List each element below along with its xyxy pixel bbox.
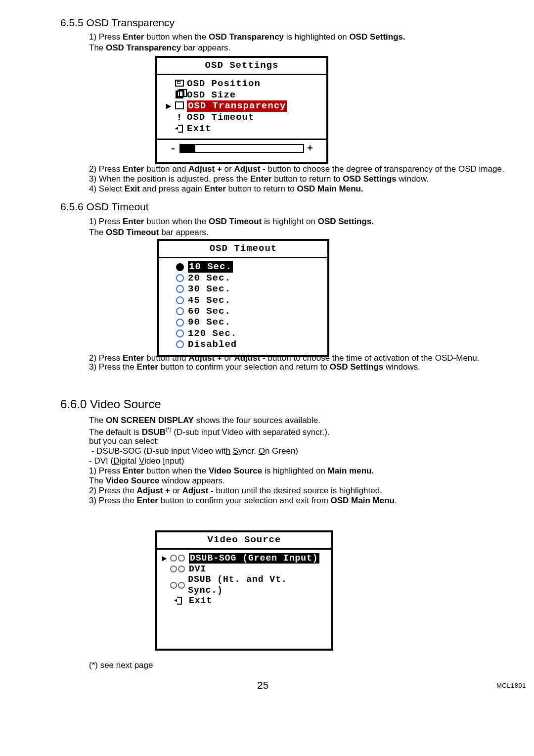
txt: window.: [397, 174, 429, 184]
osd-option-90[interactable]: 90 Sec.: [176, 317, 318, 328]
txt: igital: [119, 456, 139, 466]
txt: button to conﬁrm your selection and retu…: [158, 362, 330, 372]
option-label-selected: 10 Sec.: [188, 261, 233, 272]
osd-item-dsub[interactable]: DSUB (Ht. and Vt. Sync.): [162, 574, 322, 595]
txt: (D-sub input Video with separated syncr.…: [172, 427, 330, 437]
slider-fill: [180, 145, 195, 152]
txt: 2) Press: [89, 353, 123, 363]
bold-enter: Enter: [123, 32, 144, 42]
txt: 4) Select: [89, 184, 125, 193]
osd-item-exit[interactable]: Exit: [166, 123, 317, 134]
txt: or: [222, 164, 234, 174]
option-label: Disabled: [188, 339, 237, 350]
txt: button until the desired source is highl…: [214, 486, 382, 495]
bold: Enter: [123, 466, 144, 475]
osd-item-label: OSD Position: [187, 78, 261, 89]
osd-body: ▸ DSUB-SOG (Green Input) DVI DSUB (Ht. a…: [157, 550, 331, 611]
txt: 1) Press: [89, 217, 123, 226]
osd-item-label: DSUB (Ht. and Vt. Sync.): [188, 574, 322, 595]
option-label: 20 Sec.: [188, 273, 231, 284]
osd-video-source-panel: Video Source ▸ DSUB-SOG (Green Input) DV…: [155, 530, 333, 651]
s656-line4: 3) Press the Enter button to conﬁrm your…: [89, 362, 524, 372]
bold: OSD Main Menu: [331, 496, 395, 505]
bold: Adjust +: [188, 353, 222, 363]
bold: OSD Settings.: [318, 217, 374, 226]
txt: is highlight on: [262, 217, 317, 226]
option-label: 120 Sec.: [188, 328, 237, 339]
osd-item-timeout[interactable]: ! OSD Timeout: [166, 112, 317, 124]
radio-icon: [176, 285, 184, 293]
bold: Enter: [123, 353, 144, 363]
osd-option-30[interactable]: 30 Sec.: [176, 284, 318, 294]
heading-6-6-0: 6.6.0 Video Source: [60, 397, 161, 411]
osd-item-label: OSD Timeout: [187, 112, 254, 123]
txt: button to choose the time of activation …: [266, 353, 480, 363]
osd-item-size[interactable]: OSD Size: [166, 90, 317, 100]
txt: 3) When the position is adjusted, press …: [89, 174, 250, 184]
osd-option-120[interactable]: 120 Sec.: [176, 328, 318, 339]
heading-6-5-5: 6.5.5 OSD Transparency: [60, 17, 175, 29]
osd-title: Video Source: [157, 532, 331, 550]
osd-item-label: OSD Size: [187, 90, 236, 100]
bold: Adjust -: [234, 353, 265, 363]
bold: Exit: [125, 184, 140, 193]
s655-line5: 4) Select Exit and press again Enter but…: [89, 184, 524, 194]
osd-item-label: DVI: [189, 564, 206, 574]
divider: [157, 139, 326, 140]
radio-icon: [176, 340, 184, 348]
osd-item-transparency[interactable]: ▸ OSD Transparency: [166, 100, 317, 111]
txt: The: [89, 43, 106, 52]
bold: Enter: [204, 184, 225, 193]
osd-option-20[interactable]: 20 Sec.: [176, 273, 318, 284]
bold: OSD Settings: [343, 174, 397, 184]
txt: 2) Press: [89, 164, 123, 174]
s660-line4: - DSUB-SOG (D-sub input Video with Syncr…: [89, 446, 524, 456]
osd-item-dvi[interactable]: DVI: [162, 564, 322, 574]
transparency-icon: [174, 100, 185, 111]
osd-item-exit[interactable]: Exit: [162, 596, 322, 607]
osd-item-dsub-sog[interactable]: ▸ DSUB-SOG (Green Input): [162, 553, 322, 564]
txt: 2) Press the: [89, 486, 136, 495]
underline: V: [139, 456, 144, 466]
txt: window appears.: [159, 476, 224, 485]
option-label: 45 Sec.: [188, 295, 231, 306]
caret-icon: ▸: [166, 100, 172, 111]
txt: or: [222, 353, 234, 363]
radio-icon: [176, 330, 184, 337]
slider[interactable]: - +: [166, 143, 317, 158]
bold: Enter: [136, 362, 158, 372]
option-label: 60 Sec.: [188, 306, 231, 317]
s655-line2: The OSD Transparency bar appears.: [89, 43, 524, 53]
osd-item-position[interactable]: OSD Position: [166, 78, 317, 89]
txt: button and: [144, 164, 189, 174]
osd-option-60[interactable]: 60 Sec.: [176, 306, 318, 317]
osd-title: OSD Timeout: [159, 241, 327, 258]
asterisk-superscript: (*): [166, 426, 172, 432]
bold: Adjust +: [136, 486, 170, 495]
osd-option-45[interactable]: 45 Sec.: [176, 295, 318, 306]
bold: Video Source: [209, 466, 262, 475]
s660-line8: 2) Press the Adjust + or Adjust - button…: [89, 486, 524, 496]
underline: D: [113, 456, 119, 466]
bold: DSUB: [142, 427, 166, 437]
txt: is highlighted on: [262, 466, 327, 475]
txt: windows.: [383, 362, 420, 372]
osd-option-disabled[interactable]: Disabled: [176, 339, 318, 350]
bold: OSD Timeout: [106, 228, 159, 237]
slider-track[interactable]: [179, 144, 304, 153]
s655-line3: 2) Press Enter button and Adjust + or Ad…: [89, 164, 524, 174]
txt: button to return to: [226, 184, 297, 193]
bold: OSD Main Menu.: [297, 184, 363, 193]
osd-body: 10 Sec. 20 Sec. 30 Sec. 45 Sec. 60 Sec. …: [159, 258, 327, 355]
bold: Video Source: [106, 476, 159, 485]
osd-item-label-selected: OSD Transparency: [187, 100, 287, 111]
osd-title: OSD Settings: [157, 58, 326, 75]
bold: Adjust +: [188, 164, 222, 174]
txt: or: [170, 486, 182, 495]
txt: bar appears.: [159, 228, 208, 237]
osd-option-10[interactable]: 10 Sec.: [176, 261, 318, 272]
txt: - DVI (: [89, 456, 113, 466]
bold: Enter: [123, 217, 144, 226]
bold-osd-transparency: OSD Transparency: [209, 32, 284, 42]
bold: ON SCREEN DISPLAY: [106, 416, 194, 425]
